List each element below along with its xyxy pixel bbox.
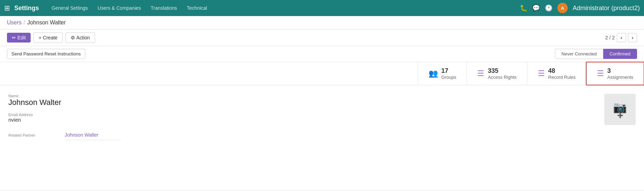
access-rights-count: 335 [488, 67, 516, 75]
assignments-info: 3 Assignments [607, 67, 633, 80]
app-title: Settings [14, 5, 39, 12]
edit-button[interactable]: ✏ Edit [7, 33, 31, 43]
topnav: ⊞ Settings General Settings Users & Comp… [0, 0, 644, 16]
groups-label: Groups [441, 75, 456, 80]
breadcrumb-parent[interactable]: Users [7, 20, 22, 26]
name-label: Name [8, 94, 596, 98]
status-tabs: Never Connected Confirmed [555, 49, 637, 59]
record-rules-icon: ☰ [538, 69, 545, 78]
partner-value[interactable]: Johnson Walter [65, 130, 120, 140]
user-avatar[interactable]: A [557, 3, 568, 13]
status-confirmed[interactable]: Confirmed [603, 49, 637, 59]
action-bar: Send Password Reset Instructions Never C… [0, 46, 644, 62]
nav-icons: 🐛 💬 🕐 A Administrator (product2) [520, 3, 640, 13]
record-rules-count: 48 [548, 67, 576, 75]
photo-placeholder[interactable]: 📷 ➕ [604, 94, 636, 125]
record-rules-info: 48 Record Rules [548, 67, 576, 80]
camera-icon: 📷 [613, 101, 627, 114]
breadcrumb-bar: Users / Johnson Walter [0, 16, 644, 30]
email-label: Email Address [8, 113, 596, 117]
pager-text: 2 / 2 [605, 35, 615, 40]
stats-row: 👥 17 Groups ☰ 335 Access Rights ☰ 48 Rec… [0, 62, 644, 85]
stat-assignments[interactable]: ☰ 3 Assignments [586, 62, 644, 85]
partner-label: Related Partner [8, 133, 54, 137]
groups-info: 17 Groups [441, 67, 456, 80]
stat-access-rights[interactable]: ☰ 335 Access Rights [466, 62, 527, 85]
nav-users-companies[interactable]: Users & Companies [93, 4, 145, 12]
pager-next[interactable]: › [628, 33, 637, 42]
plus-icon: ➕ [617, 113, 623, 118]
form-area: Name Johnson Walter Email Address nvien … [8, 94, 596, 182]
email-field-group: Email Address nvien [8, 113, 596, 123]
create-button[interactable]: + Create [33, 32, 63, 43]
stat-groups[interactable]: 👥 17 Groups [418, 62, 467, 85]
status-never-connected[interactable]: Never Connected [555, 49, 603, 59]
access-rights-label: Access Rights [488, 75, 516, 80]
nav-general-settings[interactable]: General Settings [47, 4, 92, 12]
email-value: nvien [8, 117, 596, 123]
nav-technical[interactable]: Technical [183, 4, 211, 12]
record-rules-label: Record Rules [548, 75, 576, 80]
breadcrumb-current: Johnson Walter [27, 20, 66, 26]
pager-prev[interactable]: ‹ [617, 33, 626, 42]
chat-icon[interactable]: 💬 [532, 4, 540, 12]
clock-icon[interactable]: 🕐 [545, 4, 552, 12]
action-button[interactable]: ⚙ Action [65, 32, 95, 43]
name-value: Johnson Walter [8, 98, 596, 107]
assignments-icon: ☰ [597, 69, 604, 78]
breadcrumb-separator: / [24, 20, 25, 26]
access-rights-info: 335 Access Rights [488, 67, 516, 80]
toolbar: ✏ Edit + Create ⚙ Action 2 / 2 ‹ › [0, 30, 644, 46]
assignments-label: Assignments [607, 75, 633, 80]
user-name[interactable]: Administrator (product2) [573, 5, 640, 12]
groups-icon: 👥 [429, 69, 438, 78]
pager: 2 / 2 ‹ › [605, 33, 637, 42]
app-grid-icon[interactable]: ⊞ [4, 4, 10, 12]
send-password-reset-button[interactable]: Send Password Reset Instructions [7, 49, 85, 59]
main-content: Name Johnson Walter Email Address nvien … [0, 85, 644, 190]
stat-record-rules[interactable]: ☰ 48 Record Rules [527, 62, 586, 85]
nav-translations[interactable]: Translations [147, 4, 181, 12]
name-field-group: Name Johnson Walter [8, 94, 596, 107]
assignments-count: 3 [607, 67, 633, 75]
bug-icon[interactable]: 🐛 [520, 4, 527, 12]
access-rights-icon: ☰ [477, 69, 484, 78]
partner-row: Related Partner Johnson Walter [8, 128, 596, 140]
groups-count: 17 [441, 67, 456, 75]
